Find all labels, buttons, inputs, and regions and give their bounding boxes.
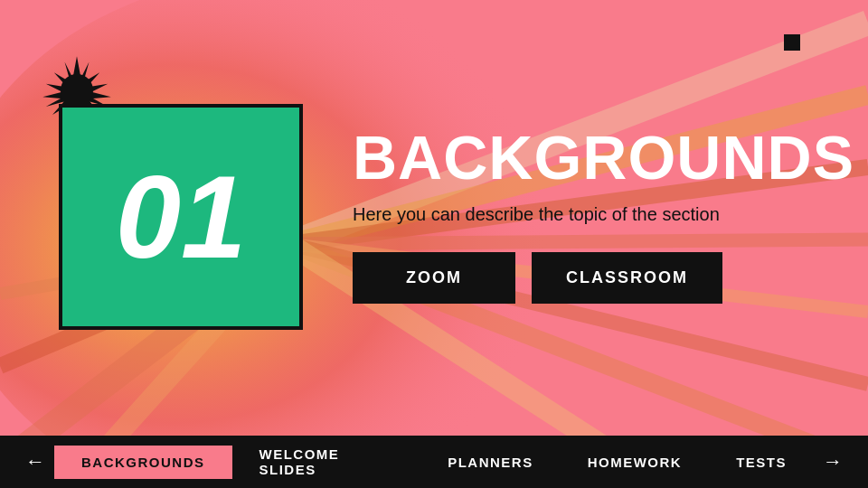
nav-item-planners[interactable]: PLANNERS	[420, 446, 561, 479]
nav-item-tests[interactable]: TESTS	[709, 446, 814, 479]
zoom-button[interactable]: ZOOM	[353, 252, 515, 304]
classroom-button[interactable]: CLASSROOM	[532, 252, 722, 304]
bottom-navigation: ← BACKGROUNDSWELCOME SLIDESPLANNERSHOMEW…	[0, 436, 868, 488]
small-square-decoration	[784, 34, 800, 51]
nav-item-welcome-slides[interactable]: WELCOME SLIDES	[232, 437, 421, 486]
page-subtitle: Here you can describe the topic of the s…	[353, 204, 854, 225]
nav-item-homework[interactable]: HOMEWORK	[561, 446, 710, 479]
next-arrow[interactable]: →	[814, 446, 852, 477]
action-buttons: ZOOM CLASSROOM	[353, 252, 854, 304]
prev-arrow[interactable]: ←	[16, 446, 54, 477]
svg-point-14	[61, 74, 93, 107]
section-number-box: 01	[59, 104, 303, 330]
main-content: BACKGROUNDS Here you can describe the to…	[353, 127, 854, 304]
nav-items: BACKGROUNDSWELCOME SLIDESPLANNERSHOMEWOR…	[54, 437, 814, 486]
section-number: 01	[116, 158, 247, 276]
page-title: BACKGROUNDS	[353, 127, 854, 188]
nav-item-backgrounds[interactable]: BACKGROUNDS	[54, 446, 232, 479]
